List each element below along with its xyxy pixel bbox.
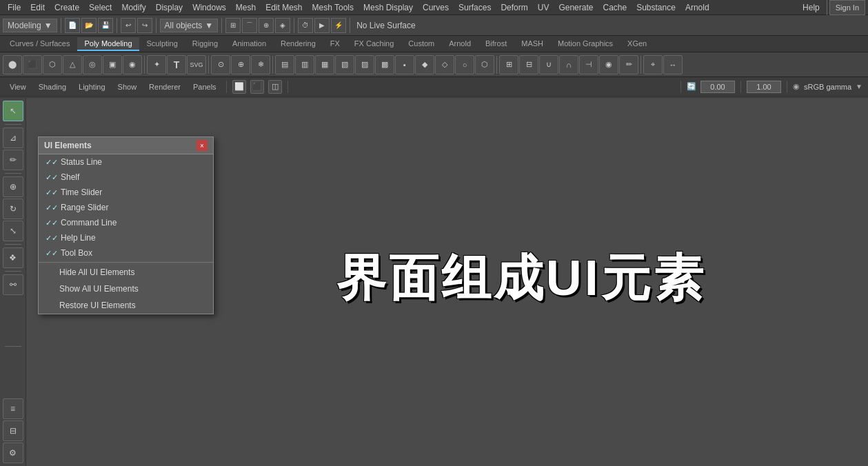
menu-cache[interactable]: Cache	[598, 1, 632, 14]
sphere-btn[interactable]: ⬤	[3, 55, 22, 74]
gamma-dropdown-icon[interactable]: ▼	[856, 83, 862, 90]
menu-windows[interactable]: Windows	[188, 1, 231, 14]
show-menu[interactable]: Show	[114, 81, 141, 92]
extrude-btn[interactable]: ▤	[275, 55, 294, 74]
offset-edge-btn[interactable]: ▪	[395, 55, 414, 74]
circularize-btn[interactable]: ○	[455, 55, 474, 74]
svg-btn[interactable]: SVG	[187, 55, 206, 74]
shading-menu[interactable]: Shading	[34, 81, 70, 92]
tab-sculpting[interactable]: Sculpting	[140, 37, 185, 51]
menu-select[interactable]: Select	[84, 1, 117, 14]
pivot-btn[interactable]: ⊕	[231, 55, 250, 74]
redo-btn[interactable]: ↪	[137, 18, 152, 33]
dialog-item-range-slider[interactable]: ✓ Range Slider	[39, 200, 213, 215]
menu-edit-mesh[interactable]: Edit Mesh	[261, 1, 307, 14]
menu-substance[interactable]: Substance	[632, 1, 680, 14]
dialog-item-time-slider[interactable]: ✓ Time Slider	[39, 185, 213, 200]
dialog-item-shelf[interactable]: ✓ Shelf	[39, 170, 213, 185]
dialog-item-status-line[interactable]: ✓ Status Line	[39, 154, 213, 170]
value1-input[interactable]	[700, 81, 735, 93]
select-center-btn[interactable]: ⊙	[211, 55, 230, 74]
poke-btn[interactable]: ◆	[415, 55, 434, 74]
plane-btn[interactable]: ▣	[103, 55, 122, 74]
dialog-item-help-line[interactable]: ✓ Help Line	[39, 230, 213, 245]
menu-deform[interactable]: Deform	[496, 1, 532, 14]
snap-surface-btn[interactable]: ◈	[275, 18, 290, 33]
tab-curves-surfaces[interactable]: Curves / Surfaces	[3, 37, 77, 51]
tool-settings-btn[interactable]: ⚙	[3, 443, 23, 463]
tab-rendering[interactable]: Rendering	[274, 37, 323, 51]
renderer-menu[interactable]: Renderer	[145, 81, 185, 92]
tab-bifrost[interactable]: Bifrost	[478, 37, 514, 51]
snap-together-btn[interactable]: ⚯	[3, 274, 23, 295]
value2-input[interactable]	[747, 81, 781, 93]
snap-point-btn[interactable]: ⊕	[259, 18, 274, 33]
connect-btn[interactable]: ⬡	[475, 55, 494, 74]
snap-curve-btn[interactable]: ⌒	[242, 18, 257, 33]
view-menu[interactable]: View	[6, 81, 30, 92]
move-tool-btn[interactable]: ⊕	[3, 176, 23, 197]
menu-file[interactable]: File	[3, 1, 26, 14]
menu-modify[interactable]: Modify	[117, 1, 150, 14]
paint-tool-btn[interactable]: ✏	[3, 150, 23, 170]
menu-display[interactable]: Display	[151, 1, 188, 14]
menu-surfaces[interactable]: Surfaces	[454, 1, 496, 14]
render-btn[interactable]: ▶	[314, 18, 330, 33]
bridge-btn[interactable]: ▦	[315, 55, 334, 74]
sculpt-btn[interactable]: ✏	[619, 55, 638, 74]
tab-xgen[interactable]: XGen	[620, 37, 654, 51]
scale-tool-btn[interactable]: ⤡	[3, 221, 23, 241]
new-scene-btn[interactable]: 📄	[65, 18, 80, 33]
dialog-restore[interactable]: Restore UI Elements	[39, 297, 213, 314]
view-icon1[interactable]: ⬜	[232, 80, 246, 94]
menu-arnold[interactable]: Arnold	[680, 1, 714, 14]
insert-edge-btn[interactable]: ▩	[375, 55, 394, 74]
snap-grid-btn[interactable]: ⊞	[225, 18, 241, 33]
text-btn[interactable]: T	[167, 55, 186, 74]
modeling-dropdown[interactable]: Modeling ▼	[3, 19, 57, 32]
dialog-close-button[interactable]: ×	[196, 140, 208, 151]
select-tool-btn[interactable]: ↖	[3, 101, 23, 121]
undo-btn[interactable]: ↩	[121, 18, 136, 33]
dialog-item-tool-box[interactable]: ✓ Tool Box	[39, 245, 213, 261]
rotate-tool-btn[interactable]: ↻	[3, 199, 23, 219]
menu-uv[interactable]: UV	[533, 1, 554, 14]
cone-btn[interactable]: △	[63, 55, 82, 74]
tab-fx-caching[interactable]: FX Caching	[347, 37, 401, 51]
lasso-tool-btn[interactable]: ⊿	[3, 128, 23, 148]
tab-custom[interactable]: Custom	[401, 37, 441, 51]
menu-mesh-display[interactable]: Mesh Display	[359, 1, 418, 14]
mirror-btn[interactable]: ⊣	[579, 55, 598, 74]
bool-union-btn[interactable]: ∪	[539, 55, 558, 74]
view-icon2[interactable]: ⬛	[250, 80, 264, 94]
bool-diff-btn[interactable]: ∩	[559, 55, 578, 74]
tab-poly-modeling[interactable]: Poly Modeling	[77, 37, 139, 51]
channel-box-btn[interactable]: ≡	[3, 398, 23, 419]
sign-in-button[interactable]: Sign In	[829, 0, 865, 15]
split-btn[interactable]: ▨	[355, 55, 374, 74]
menu-curves[interactable]: Curves	[418, 1, 454, 14]
universal-tool-btn[interactable]: ❖	[3, 247, 23, 268]
menu-create[interactable]: Create	[50, 1, 84, 14]
menu-edit[interactable]: Edit	[26, 1, 50, 14]
cylinder-btn[interactable]: ⬡	[43, 55, 62, 74]
flip-edge-btn[interactable]: ↔	[663, 55, 683, 74]
wedge-btn[interactable]: ◇	[435, 55, 454, 74]
poly-btn[interactable]: ✦	[147, 55, 166, 74]
view-icon3[interactable]: ◫	[268, 80, 282, 94]
ipr-btn[interactable]: ⚡	[331, 18, 346, 33]
separate-btn[interactable]: ⊟	[519, 55, 538, 74]
open-scene-btn[interactable]: 📂	[81, 18, 97, 33]
menu-help[interactable]: Help	[798, 1, 825, 14]
panels-menu[interactable]: Panels	[189, 81, 221, 92]
menu-mesh[interactable]: Mesh	[231, 1, 261, 14]
tab-motion-graphics[interactable]: Motion Graphics	[551, 37, 620, 51]
dialog-item-command-line[interactable]: ✓ Command Line	[39, 215, 213, 230]
target-weld-btn[interactable]: ⌖	[643, 55, 663, 74]
save-scene-btn[interactable]: 💾	[98, 18, 113, 33]
tab-animation[interactable]: Animation	[225, 37, 273, 51]
tab-fx[interactable]: FX	[323, 37, 347, 51]
menu-mesh-tools[interactable]: Mesh Tools	[307, 1, 359, 14]
history-btn[interactable]: ⏱	[298, 18, 313, 33]
cube-btn[interactable]: ⬛	[23, 55, 42, 74]
